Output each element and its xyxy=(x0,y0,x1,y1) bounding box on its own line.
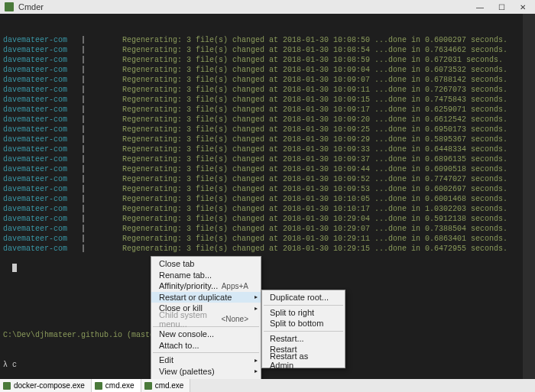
submenu-item-restart[interactable]: Restart... xyxy=(262,333,345,345)
menu-item-edit[interactable]: Edit▸ xyxy=(151,355,261,366)
log-message: Regenerating: 3 file(s) changed at 2018-… xyxy=(95,194,532,204)
menu-item-label: New console... xyxy=(159,329,248,339)
log-host: davemateer-com xyxy=(3,144,72,154)
log-message: Regenerating: 3 file(s) changed at 2018-… xyxy=(95,55,532,65)
log-line: davemateer-com | Regenerating: 3 file(s)… xyxy=(3,45,532,55)
log-host: davemateer-com xyxy=(3,184,72,194)
log-message: Regenerating: 3 file(s) changed at 2018-… xyxy=(95,174,532,184)
tab-label: cmd.exe xyxy=(155,381,184,390)
submenu-item-restart-as-admin[interactable]: Restart as Admin xyxy=(262,355,345,367)
terminal-icon xyxy=(144,382,152,390)
log-message: Regenerating: 3 file(s) changed at 2018-… xyxy=(95,45,532,55)
tab-docker-compose-exe[interactable]: docker-compose.exe xyxy=(0,379,92,392)
menu-item-label: Restart... xyxy=(270,334,332,343)
log-message: Regenerating: 3 file(s) changed at 2018-… xyxy=(95,75,532,85)
log-host: davemateer-com xyxy=(3,174,72,184)
menu-item-label: Close tab xyxy=(159,259,248,268)
menu-item-new-console[interactable]: New console... xyxy=(151,329,261,340)
log-host: davemateer-com xyxy=(3,95,72,105)
menu-item-hint: Apps+A xyxy=(222,282,248,290)
log-host: davemateer-com xyxy=(3,35,72,45)
context-menu: Close tabRename tab...Affinity/priority.… xyxy=(151,256,261,390)
log-message: Regenerating: 3 file(s) changed at 2018-… xyxy=(95,134,532,144)
menu-item-view-palettes[interactable]: View (palettes)▸ xyxy=(151,366,261,377)
close-button[interactable]: ✕ xyxy=(512,0,533,14)
scrollbar[interactable] xyxy=(523,14,535,379)
menu-item-label: Split to right xyxy=(270,308,332,317)
log-message: Regenerating: 3 file(s) changed at 2018-… xyxy=(95,65,532,75)
log-message: Regenerating: 3 file(s) changed at 2018-… xyxy=(95,85,532,95)
maximize-button[interactable]: ☐ xyxy=(491,0,512,14)
tab-cmd-exe[interactable]: cmd.exe xyxy=(92,379,141,392)
submenu-item-split-to-right[interactable]: Split to right xyxy=(262,307,345,319)
log-line: davemateer-com | Regenerating: 3 file(s)… xyxy=(3,125,532,134)
log-line: davemateer-com | Regenerating: 3 file(s)… xyxy=(3,35,532,45)
menu-item-affinity-priority[interactable]: Affinity/priority...Apps+A xyxy=(151,280,261,292)
log-message: Regenerating: 3 file(s) changed at 2018-… xyxy=(95,164,532,174)
window-title: Cmder xyxy=(18,2,469,11)
log-line: davemateer-com | Regenerating: 3 file(s)… xyxy=(3,105,532,115)
log-line: davemateer-com | Regenerating: 3 file(s)… xyxy=(3,194,532,204)
log-message: Regenerating: 3 file(s) changed at 2018-… xyxy=(95,35,532,45)
menu-item-child-system-menu: Child system menu...<None> xyxy=(151,314,261,326)
log-message: Regenerating: 3 file(s) changed at 2018-… xyxy=(95,234,532,244)
log-line: davemateer-com | Regenerating: 3 file(s)… xyxy=(3,65,532,75)
log-line: davemateer-com | Regenerating: 3 file(s)… xyxy=(3,164,532,174)
log-host: davemateer-com xyxy=(3,244,72,254)
log-host: davemateer-com xyxy=(3,214,72,224)
log-host: davemateer-com xyxy=(3,115,72,125)
menu-item-label: Edit xyxy=(159,355,248,364)
minimize-button[interactable]: — xyxy=(469,0,491,14)
menu-item-label: Duplicate root... xyxy=(270,293,332,302)
log-message: Regenerating: 3 file(s) changed at 2018-… xyxy=(95,214,532,224)
log-line: davemateer-com | Regenerating: 3 file(s)… xyxy=(3,184,532,194)
chevron-right-icon: ▸ xyxy=(255,368,258,374)
titlebar-buttons: — ☐ ✕ xyxy=(469,0,533,14)
menu-item-label: Child system menu... xyxy=(159,310,221,329)
log-host: davemateer-com xyxy=(3,164,72,174)
log-line: davemateer-com | Regenerating: 3 file(s)… xyxy=(3,174,532,184)
submenu-item-split-to-bottom[interactable]: Split to bottom xyxy=(262,318,345,329)
log-message: Regenerating: 3 file(s) changed at 2018-… xyxy=(95,115,532,125)
log-host: davemateer-com xyxy=(3,194,72,204)
log-host: davemateer-com xyxy=(3,75,72,85)
menu-separator xyxy=(264,331,343,332)
terminal-icon xyxy=(95,382,102,390)
submenu-item-duplicate-root[interactable]: Duplicate root... xyxy=(262,292,345,303)
log-line: davemateer-com | Regenerating: 3 file(s)… xyxy=(3,244,532,254)
log-line: davemateer-com | Regenerating: 3 file(s)… xyxy=(3,204,532,214)
log-line: davemateer-com | Regenerating: 3 file(s)… xyxy=(3,115,532,125)
tab-cmd-exe[interactable]: cmd.exe xyxy=(141,379,191,392)
log-host: davemateer-com xyxy=(3,224,72,234)
log-line: davemateer-com | Regenerating: 3 file(s)… xyxy=(3,234,532,244)
log-line: davemateer-com | Regenerating: 3 file(s)… xyxy=(3,75,532,85)
menu-item-label: Attach to... xyxy=(159,341,248,350)
log-message: Regenerating: 3 file(s) changed at 2018-… xyxy=(95,244,532,254)
menu-item-close-tab[interactable]: Close tab xyxy=(151,258,261,270)
log-message: Regenerating: 3 file(s) changed at 2018-… xyxy=(95,105,532,115)
menu-item-hint: <None> xyxy=(221,315,248,323)
log-message: Regenerating: 3 file(s) changed at 2018-… xyxy=(95,204,532,214)
log-line: davemateer-com | Regenerating: 3 file(s)… xyxy=(3,224,532,234)
menu-item-restart-or-duplicate[interactable]: Restart or duplicate▸ xyxy=(151,292,261,303)
log-host: davemateer-com xyxy=(3,105,72,115)
log-message: Regenerating: 3 file(s) changed at 2018-… xyxy=(95,125,532,134)
log-host: davemateer-com xyxy=(3,204,72,214)
tabbar: docker-compose.execmd.execmd.exe xyxy=(0,379,535,392)
log-message: Regenerating: 3 file(s) changed at 2018-… xyxy=(95,154,532,164)
chevron-right-icon: ▸ xyxy=(255,357,258,364)
menu-item-label: Restart or duplicate xyxy=(159,293,248,302)
log-host: davemateer-com xyxy=(3,85,72,95)
menu-item-attach-to[interactable]: Attach to... xyxy=(151,340,261,352)
log-host: davemateer-com xyxy=(3,45,72,55)
context-submenu-restart: Duplicate root...Split to rightSplit to … xyxy=(261,290,345,368)
terminal-icon xyxy=(3,382,11,390)
log-line: davemateer-com | Regenerating: 3 file(s)… xyxy=(3,154,532,164)
log-line: davemateer-com | Regenerating: 3 file(s)… xyxy=(3,144,532,154)
log-line: davemateer-com | Regenerating: 3 file(s)… xyxy=(3,214,532,224)
log-host: davemateer-com xyxy=(3,55,72,65)
menu-item-rename-tab[interactable]: Rename tab... xyxy=(151,270,261,281)
menu-item-label: Rename tab... xyxy=(159,271,248,280)
tab-label: cmd.exe xyxy=(105,381,135,390)
log-message: Regenerating: 3 file(s) changed at 2018-… xyxy=(95,184,532,194)
